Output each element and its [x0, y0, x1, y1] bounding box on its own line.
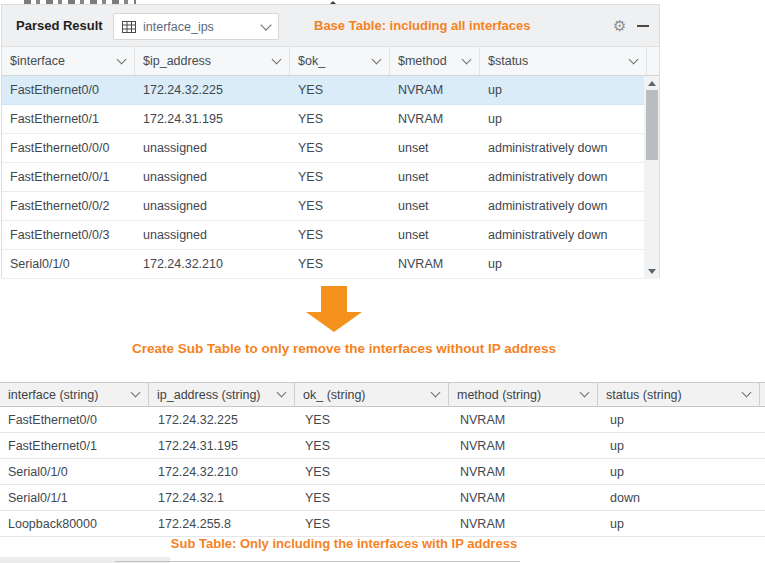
table-row[interactable]: FastEthernet0/0/3 unassigned YES unset a…: [2, 221, 659, 250]
cell: administratively down: [480, 192, 647, 220]
chevron-down-icon[interactable]: [742, 388, 752, 398]
cell: 172.24.32.1: [150, 485, 297, 510]
cell: YES: [297, 407, 452, 432]
sub-table: interface (string) ip_address (string) o…: [0, 382, 765, 537]
cell: NVRAM: [390, 105, 480, 133]
base-table-annotation: Base Table: including all interfaces: [314, 18, 531, 33]
chevron-down-icon: [260, 19, 271, 30]
cell: administratively down: [480, 221, 647, 249]
cell: up: [602, 407, 765, 432]
cell: Loopback80000: [0, 511, 150, 536]
column-header-label: $ip_address: [143, 54, 211, 68]
cell: administratively down: [480, 134, 647, 162]
column-header-interface[interactable]: interface (string): [0, 383, 149, 406]
table-row[interactable]: Serial0/1/0 172.24.32.210 YES NVRAM up: [2, 250, 659, 279]
cell: FastEthernet0/0: [2, 76, 135, 104]
column-header-method[interactable]: method (string): [448, 383, 598, 406]
cell: YES: [290, 76, 390, 104]
minimize-icon[interactable]: [637, 25, 649, 27]
cell: YES: [290, 250, 390, 278]
column-header-status[interactable]: $status: [480, 47, 647, 75]
column-header-label: status (string): [606, 388, 682, 402]
down-arrow-icon: [306, 312, 362, 332]
column-header-label: $status: [488, 54, 528, 68]
column-header-status[interactable]: status (string): [597, 383, 760, 406]
cell: FastEthernet0/0/2: [2, 192, 135, 220]
column-header-label: $ok_: [298, 54, 325, 68]
table-row[interactable]: Serial0/1/1 172.24.32.1 YES NVRAM down: [0, 485, 765, 511]
cell: up: [602, 511, 765, 536]
cell: unassigned: [135, 192, 290, 220]
column-header-ip-address[interactable]: $ip_address: [135, 47, 290, 75]
chevron-down-icon[interactable]: [462, 54, 472, 64]
cell: NVRAM: [390, 250, 480, 278]
column-header-interface[interactable]: $interface: [2, 47, 135, 75]
cell: FastEthernet0/0/1: [2, 163, 135, 191]
cell: up: [480, 105, 647, 133]
table-row[interactable]: FastEthernet0/1 172.24.31.195 YES NVRAM …: [2, 105, 659, 134]
chevron-down-icon[interactable]: [131, 388, 141, 398]
cell: unset: [390, 163, 480, 191]
cell: NVRAM: [390, 76, 480, 104]
scrollbar-thumb[interactable]: [646, 90, 658, 160]
column-header-label: ok_ (string): [303, 388, 366, 402]
sub-table-annotation: Sub Table: Only including the interfaces…: [0, 536, 688, 551]
cell: FastEthernet0/0/0: [2, 134, 135, 162]
cell: Serial0/1/0: [2, 250, 135, 278]
cell: NVRAM: [452, 459, 602, 484]
cell: 172.24.32.225: [150, 407, 297, 432]
table-row[interactable]: Serial0/1/0 172.24.32.210 YES NVRAM up: [0, 459, 765, 485]
cell: up: [480, 76, 647, 104]
table-row[interactable]: FastEthernet0/0 172.24.32.225 YES NVRAM …: [0, 407, 765, 433]
cell: YES: [297, 433, 452, 458]
chevron-down-icon[interactable]: [277, 388, 287, 398]
cell: FastEthernet0/0/3: [2, 221, 135, 249]
gear-icon[interactable]: ⚙: [613, 18, 626, 33]
cell: 172.24.32.210: [135, 250, 290, 278]
base-table-body: FastEthernet0/0 172.24.32.225 YES NVRAM …: [2, 76, 659, 279]
cell: YES: [297, 511, 452, 536]
cell: up: [602, 459, 765, 484]
column-header-method[interactable]: $method: [390, 47, 480, 75]
chevron-down-icon[interactable]: [117, 54, 127, 64]
chevron-down-icon[interactable]: [580, 388, 590, 398]
cell: up: [480, 250, 647, 278]
chevron-down-icon[interactable]: [372, 54, 382, 64]
chevron-down-icon[interactable]: [629, 54, 639, 64]
cell: YES: [290, 105, 390, 133]
column-header-label: method (string): [457, 388, 541, 402]
column-header-label: ip_address (string): [157, 388, 261, 402]
column-header-ok[interactable]: ok_ (string): [294, 383, 449, 406]
column-header-ip-address[interactable]: ip_address (string): [148, 383, 295, 406]
cell: NVRAM: [452, 485, 602, 510]
table-row[interactable]: FastEthernet0/0/0 unassigned YES unset a…: [2, 134, 659, 163]
cell: up: [602, 433, 765, 458]
vertical-scrollbar[interactable]: [644, 76, 659, 279]
cell: administratively down: [480, 163, 647, 191]
cell: FastEthernet0/1: [0, 433, 150, 458]
base-table-header: $interface $ip_address $ok_ $method $sta…: [2, 47, 659, 76]
chevron-down-icon[interactable]: [272, 54, 282, 64]
cell: FastEthernet0/1: [2, 105, 135, 133]
column-header-label: $method: [398, 54, 447, 68]
table-row[interactable]: FastEthernet0/0/2 unassigned YES unset a…: [2, 192, 659, 221]
table-row[interactable]: FastEthernet0/0 172.24.32.225 YES NVRAM …: [2, 76, 659, 105]
cell: NVRAM: [452, 433, 602, 458]
panel-toolbar: Parsed Result interface_ips Base Table: …: [2, 5, 659, 47]
cell: 172.24.32.210: [150, 459, 297, 484]
scroll-up-icon[interactable]: [648, 81, 656, 86]
column-header-ok[interactable]: $ok_: [290, 47, 390, 75]
table-row[interactable]: Loopback80000 172.24.255.8 YES NVRAM up: [0, 511, 765, 537]
chevron-down-icon[interactable]: [431, 388, 441, 398]
cell: YES: [290, 192, 390, 220]
horizontal-scrollbar-fragment[interactable]: [0, 557, 170, 563]
cell: Serial0/1/0: [0, 459, 150, 484]
table-row[interactable]: FastEthernet0/0/1 unassigned YES unset a…: [2, 163, 659, 192]
scroll-down-icon[interactable]: [648, 269, 656, 274]
cell: FastEthernet0/0: [0, 407, 150, 432]
table-selector-dropdown[interactable]: interface_ips: [113, 13, 279, 40]
table-row[interactable]: FastEthernet0/1 172.24.31.195 YES NVRAM …: [0, 433, 765, 459]
cell: 172.24.31.195: [135, 105, 290, 133]
cell: 172.24.255.8: [150, 511, 297, 536]
cell: YES: [297, 459, 452, 484]
